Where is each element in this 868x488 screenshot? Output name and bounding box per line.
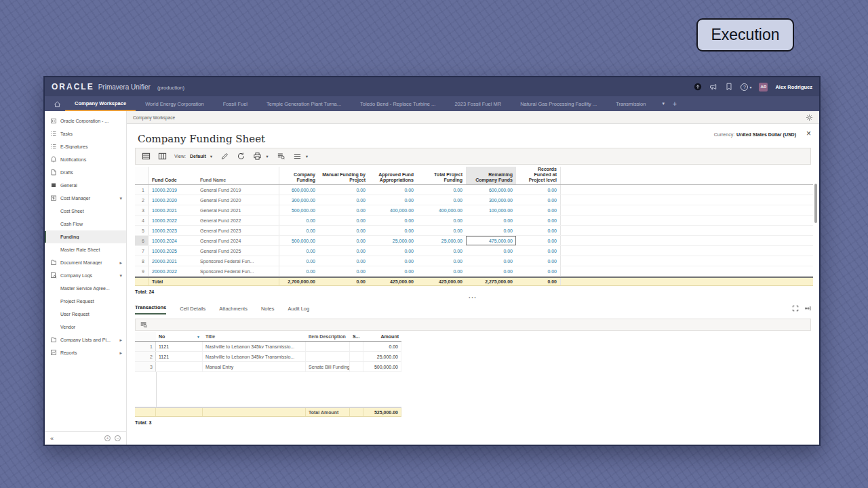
value-cell[interactable]: 0.00 [417,226,466,235]
edit-pencil-icon[interactable] [220,152,229,161]
home-icon[interactable] [49,96,65,111]
column-header-fund-code[interactable]: Fund Code [149,167,197,184]
value-cell[interactable]: 0.00 [319,195,369,205]
fund-code-cell[interactable]: 20000.2021 [149,256,197,266]
fund-code-cell[interactable]: 10000.2025 [149,246,197,256]
sidebar-item-funding[interactable]: Funding [45,230,126,243]
value-cell[interactable]: 300,000.00 [466,195,516,205]
table-row[interactable]: 610000.2024General Fund 2024500,000.000.… [135,236,813,246]
view-select-value[interactable]: Default [190,154,206,159]
table-row[interactable]: 410000.2022General Fund 20220.000.000.00… [135,216,813,226]
value-cell[interactable]: 0.00 [369,256,417,266]
fund-name-cell[interactable]: General Fund 2021 [197,205,279,215]
table-row[interactable]: 510000.2023General Fund 20230.000.000.00… [135,226,813,236]
column-view-icon[interactable] [158,152,167,161]
sidebar-item-tasks[interactable]: Tasks [45,127,126,140]
value-cell[interactable]: 400,000.00 [417,205,466,215]
zoom-in-icon[interactable]: + [104,435,111,441]
value-cell[interactable]: 400,000.00 [369,205,417,215]
menu-caret-icon[interactable]: ▼ [305,155,309,159]
workspace-tab[interactable]: Fossil Fuel [214,96,257,111]
value-cell[interactable]: 0.00 [516,246,561,256]
value-cell[interactable]: 0.00 [369,226,417,235]
value-cell[interactable]: 0.00 [369,216,417,225]
tab-attachments[interactable]: Attachments [219,306,248,314]
value-cell[interactable]: 25,000.00 [417,236,466,245]
table-row[interactable]: 110000.2019General Fund 2019600,000.000.… [135,185,813,195]
value-cell[interactable]: 0.00 [319,185,369,195]
fund-name-cell[interactable]: Sponsored Federal Fun... [197,256,279,266]
bookmark-icon[interactable] [725,83,733,91]
value-cell[interactable]: 0.00 [417,246,466,256]
value-cell[interactable]: 0.00 [279,256,319,266]
value-cell[interactable]: 500,000.00 [279,205,319,215]
tab-audit-log[interactable]: Audit Log [288,306,310,314]
expand-icon[interactable] [792,305,799,312]
tab-transactions[interactable]: Transactions [135,304,166,314]
fund-code-cell[interactable]: 10000.2019 [149,185,197,195]
table-row[interactable]: 210000.2020General Fund 2020300,000.000.… [135,195,813,205]
value-cell[interactable]: 0.00 [319,205,369,215]
transaction-row[interactable]: 3Manual EntrySenate Bill Funding500,000.… [135,362,401,372]
fund-code-cell[interactable]: 10000.2020 [149,195,197,205]
value-cell[interactable]: 0.00 [369,185,417,195]
amount-cell[interactable]: 500,000.00 [363,362,401,371]
fund-name-cell[interactable]: General Fund 2025 [197,246,279,256]
status-cell[interactable] [350,362,363,371]
value-cell[interactable]: 0.00 [516,205,561,215]
table-row[interactable]: 710000.2025General Fund 20250.000.000.00… [135,246,813,256]
value-cell[interactable]: 0.00 [279,226,319,235]
column-header-s[interactable]: S... [350,332,363,341]
title-cell[interactable]: Nashville to Lebanon 345kv Transmissio..… [203,342,306,351]
value-cell[interactable]: 100,000.00 [466,205,516,215]
workspace-tab[interactable]: Transmission [606,96,655,111]
menu-icon[interactable] [293,152,302,161]
value-cell[interactable]: 0.00 [516,185,561,195]
sidebar-item-cost-manager[interactable]: Cost Manager▾ [45,192,126,205]
value-cell[interactable]: 0.00 [319,266,369,276]
value-cell[interactable]: 0.00 [516,266,561,276]
column-header[interactable]: Total Project Funding [417,167,466,184]
status-cell[interactable] [350,342,363,351]
column-header-amount[interactable]: Amount [363,332,401,341]
column-header-fund-name[interactable]: Fund Name [197,167,279,184]
sidebar-item-vendor[interactable]: Vendor [45,321,126,333]
print-icon[interactable] [253,152,262,161]
fund-name-cell[interactable]: General Fund 2019 [197,185,279,195]
row-number-cell[interactable]: 3 [135,362,156,371]
workspace-tab[interactable]: World Energy Corporation [136,96,214,111]
sidebar-item-drafts[interactable]: Drafts [45,166,126,179]
value-cell[interactable]: 600,000.00 [466,185,516,195]
value-cell[interactable]: 0.00 [369,246,417,256]
sidebar-item-reports[interactable]: Reports▸ [45,346,126,359]
value-cell[interactable]: 0.00 [279,246,319,256]
column-header[interactable]: Remaining Company Funds [466,167,516,184]
title-cell[interactable]: Nashville to Lebanon 345kv Transmissio..… [203,352,306,361]
value-cell[interactable]: 0.00 [417,195,466,205]
row-number-cell[interactable]: 6 [135,236,149,245]
column-header-title[interactable]: Title [203,332,306,341]
fund-name-cell[interactable]: General Fund 2023 [197,226,279,235]
value-cell[interactable]: 0.00 [466,266,516,276]
table-row[interactable]: 310000.2021General Fund 2021500,000.000.… [135,205,813,216]
workspace-tab[interactable]: Natural Gas Processing Facility ... [511,96,606,111]
row-number-cell[interactable]: 7 [135,246,149,256]
value-cell[interactable]: 0.00 [466,216,516,225]
panel-splitter-handle[interactable]: ••• [127,294,819,301]
side-panel-icon[interactable] [804,305,811,312]
value-cell[interactable]: 0.00 [319,256,369,266]
tab-notes[interactable]: Notes [261,306,275,314]
value-cell[interactable]: 0.00 [279,266,319,276]
row-number-cell[interactable]: 5 [135,226,149,235]
sidebar-item-master-service-agree[interactable]: Master Service Agree... [45,282,126,295]
value-cell[interactable]: 0.00 [417,266,466,276]
row-number-cell[interactable]: 8 [135,256,149,266]
no-cell[interactable] [156,362,203,371]
workspace-tab[interactable]: Temple Generation Plant Turna... [257,96,351,111]
chevron-down-icon[interactable]: ▾ [119,196,122,201]
row-number-cell[interactable]: 1 [135,342,156,351]
row-view-icon[interactable] [142,152,151,161]
value-cell[interactable]: 25,000.00 [369,236,417,245]
item-description-cell[interactable]: Senate Bill Funding [306,362,350,371]
sidebar-item-user-request[interactable]: User Request [45,308,126,321]
